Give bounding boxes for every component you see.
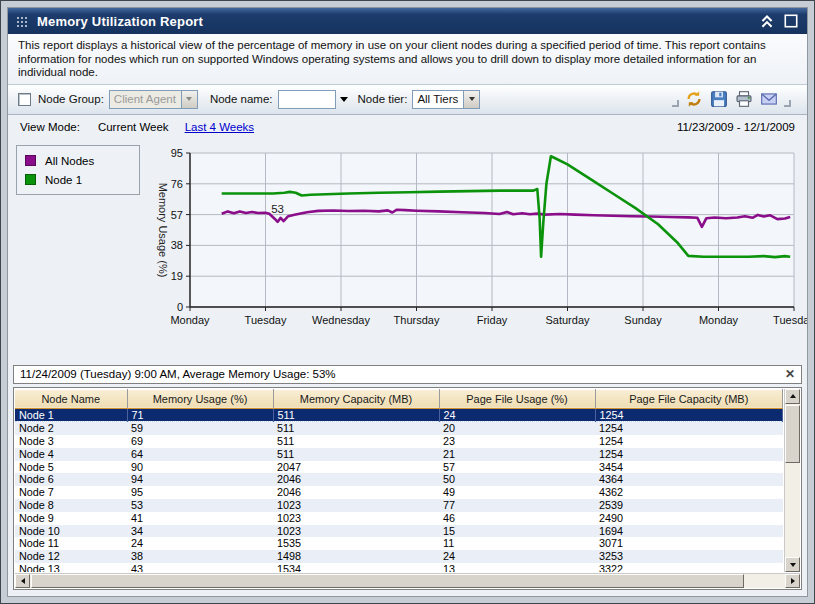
table-cell[interactable]: 24 xyxy=(127,537,273,550)
table-row[interactable]: Node 9411023462490 xyxy=(15,512,783,525)
scroll-right-button[interactable] xyxy=(785,574,800,588)
refresh-icon[interactable] xyxy=(685,90,703,108)
table-cell[interactable]: 24 xyxy=(439,550,595,563)
vertical-scroll-thumb[interactable] xyxy=(785,405,800,463)
table-cell[interactable]: 2490 xyxy=(595,512,783,525)
node-group-select[interactable]: Client Agent xyxy=(109,90,198,109)
table-row[interactable]: Node 5902047573454 xyxy=(15,461,783,474)
table-cell[interactable]: Node 6 xyxy=(15,473,127,486)
table-cell[interactable]: 1254 xyxy=(595,435,783,448)
memory-usage-chart[interactable]: 01938577695MondayTuesdayWednesdayThursda… xyxy=(160,141,808,341)
table-cell[interactable]: 77 xyxy=(439,499,595,512)
table-cell[interactable]: 71 xyxy=(127,408,273,422)
table-cell[interactable]: 24 xyxy=(439,408,595,422)
table-cell[interactable]: 64 xyxy=(127,448,273,461)
horizontal-scrollbar[interactable] xyxy=(15,573,800,588)
table-cell[interactable]: 3071 xyxy=(595,537,783,550)
column-header[interactable]: Memory Capacity (MB) xyxy=(273,389,439,408)
table-cell[interactable]: Node 13 xyxy=(15,563,127,572)
table-row[interactable]: Node 12381498243253 xyxy=(15,550,783,563)
table-cell[interactable]: 511 xyxy=(273,422,439,435)
table-cell[interactable]: Node 7 xyxy=(15,486,127,499)
horizontal-scroll-thumb[interactable] xyxy=(31,574,744,588)
table-cell[interactable]: 1254 xyxy=(595,448,783,461)
scroll-up-button[interactable] xyxy=(785,389,800,404)
table-cell[interactable]: Node 8 xyxy=(15,499,127,512)
scroll-down-button[interactable] xyxy=(785,557,800,572)
table-row[interactable]: Node 171511241254 xyxy=(15,408,783,422)
close-icon[interactable]: ✕ xyxy=(785,369,795,379)
table-cell[interactable]: 41 xyxy=(127,512,273,525)
table-cell[interactable]: 511 xyxy=(273,435,439,448)
table-cell[interactable]: 4362 xyxy=(595,486,783,499)
table-row[interactable]: Node 8531023772539 xyxy=(15,499,783,512)
table-cell[interactable]: 2047 xyxy=(273,461,439,474)
table-cell[interactable]: 2046 xyxy=(273,486,439,499)
email-icon[interactable] xyxy=(760,90,778,108)
table-cell[interactable]: 46 xyxy=(439,512,595,525)
view-mode-last-4-weeks-link[interactable]: Last 4 Weeks xyxy=(185,121,254,133)
node-tier-select[interactable]: All Tiers xyxy=(412,90,480,109)
table-cell[interactable]: Node 10 xyxy=(15,525,127,538)
column-header[interactable]: Node Name xyxy=(15,389,127,408)
column-header[interactable]: Page File Usage (%) xyxy=(439,389,595,408)
table-row[interactable]: Node 464511211254 xyxy=(15,448,783,461)
table-cell[interactable]: 1023 xyxy=(273,512,439,525)
collapse-icon[interactable] xyxy=(759,13,775,29)
table-cell[interactable]: 1023 xyxy=(273,525,439,538)
maximize-icon[interactable] xyxy=(783,13,799,29)
table-cell[interactable]: Node 3 xyxy=(15,435,127,448)
table-cell[interactable]: 3454 xyxy=(595,461,783,474)
table-cell[interactable]: Node 5 xyxy=(15,461,127,474)
table-cell[interactable]: Node 9 xyxy=(15,512,127,525)
table-cell[interactable]: 13 xyxy=(439,563,595,572)
table-cell[interactable]: 59 xyxy=(127,422,273,435)
table-cell[interactable]: 1254 xyxy=(595,422,783,435)
column-header[interactable]: Page File Capacity (MB) xyxy=(595,389,783,408)
table-cell[interactable]: 511 xyxy=(273,448,439,461)
table-cell[interactable]: 4364 xyxy=(595,473,783,486)
table-row[interactable]: Node 10341023151694 xyxy=(15,525,783,538)
table-cell[interactable]: 1023 xyxy=(273,499,439,512)
table-cell[interactable]: 21 xyxy=(439,448,595,461)
table-cell[interactable]: 34 xyxy=(127,525,273,538)
column-header[interactable]: Memory Usage (%) xyxy=(127,389,273,408)
table-cell[interactable]: 1534 xyxy=(273,563,439,572)
table-cell[interactable]: 95 xyxy=(127,486,273,499)
table-cell[interactable]: 20 xyxy=(439,422,595,435)
table-cell[interactable]: Node 2 xyxy=(15,422,127,435)
table-row[interactable]: Node 7952046494362 xyxy=(15,486,783,499)
table-row[interactable]: Node 259511201254 xyxy=(15,422,783,435)
table-cell[interactable]: 1254 xyxy=(595,408,783,422)
table-cell[interactable]: 2046 xyxy=(273,473,439,486)
table-cell[interactable]: 49 xyxy=(439,486,595,499)
table-cell[interactable]: 57 xyxy=(439,461,595,474)
table-cell[interactable]: 2539 xyxy=(595,499,783,512)
table-cell[interactable]: Node 1 xyxy=(15,408,127,422)
print-icon[interactable] xyxy=(735,90,753,108)
table-row[interactable]: Node 6942046504364 xyxy=(15,473,783,486)
node-name-dropdown-icon[interactable] xyxy=(340,97,348,102)
table-cell[interactable]: 11 xyxy=(439,537,595,550)
node-group-checkbox[interactable] xyxy=(18,93,31,106)
table-row[interactable]: Node 11241535113071 xyxy=(15,537,783,550)
table-cell[interactable]: 94 xyxy=(127,473,273,486)
table-cell[interactable]: Node 12 xyxy=(15,550,127,563)
table-cell[interactable]: 1535 xyxy=(273,537,439,550)
node-name-input[interactable] xyxy=(278,90,336,109)
table-cell[interactable]: Node 11 xyxy=(15,537,127,550)
table-cell[interactable]: 50 xyxy=(439,473,595,486)
table-cell[interactable]: 53 xyxy=(127,499,273,512)
table-cell[interactable]: 23 xyxy=(439,435,595,448)
view-mode-current-week[interactable]: Current Week xyxy=(98,121,169,133)
table-cell[interactable]: 90 xyxy=(127,461,273,474)
chevron-down-icon[interactable] xyxy=(181,91,197,108)
table-cell[interactable]: 3253 xyxy=(595,550,783,563)
save-icon[interactable] xyxy=(710,90,728,108)
table-cell[interactable]: 511 xyxy=(273,408,439,422)
table-cell[interactable]: 3322 xyxy=(595,563,783,572)
table-cell[interactable]: 15 xyxy=(439,525,595,538)
table-cell[interactable]: 1694 xyxy=(595,525,783,538)
table-cell[interactable]: 43 xyxy=(127,563,273,572)
table-row[interactable]: Node 13431534133322 xyxy=(15,563,783,572)
